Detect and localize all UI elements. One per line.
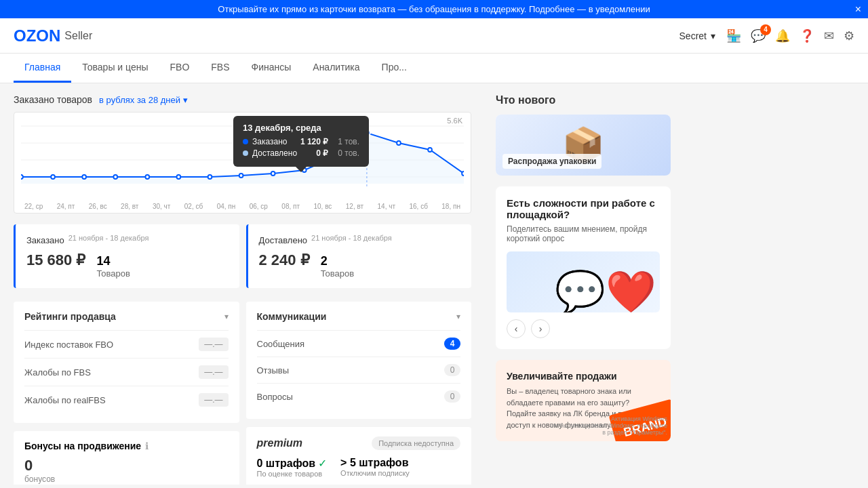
xaxis-label-7: 06, ср bbox=[250, 203, 268, 210]
sale-card[interactable]: 📦 Распродажа упаковки bbox=[496, 115, 671, 176]
comm-value-2: 0 bbox=[444, 390, 460, 403]
xaxis-label-12: 16, сб bbox=[409, 203, 427, 210]
nav-item-fbo[interactable]: FBO bbox=[159, 54, 201, 83]
ordered-count: 14 bbox=[96, 254, 130, 268]
ratings-section: Рейтинги продавца ▾ Индекс поставок FBO … bbox=[14, 302, 239, 485]
store-icon[interactable]: 🏪 bbox=[726, 28, 741, 43]
tooltip-delivered-dot bbox=[243, 150, 248, 156]
rating-row-2: Жалобы по realFBS —.— bbox=[24, 386, 229, 413]
settings-icon[interactable]: ⚙ bbox=[844, 28, 854, 43]
ratings-card: Рейтинги продавца ▾ Индекс поставок FBO … bbox=[14, 302, 239, 423]
header-icons: 🏪 💬 4 🔔 ❓ ✉ ⚙ bbox=[726, 28, 854, 43]
rating-label-1: Жалобы по FBS bbox=[24, 367, 91, 378]
tooltip-delivered-row: Доставлено 0 ₽ 0 тов. bbox=[243, 148, 359, 158]
ordered-count-label: Товаров bbox=[96, 268, 130, 279]
svg-point-20 bbox=[462, 171, 464, 176]
delivered-date: 21 ноября - 18 декабря bbox=[311, 234, 392, 242]
comm-row-1: Отзывы 0 bbox=[257, 357, 461, 383]
tooltip-delivered-units: 0 тов. bbox=[338, 148, 359, 158]
sale-image: 📦 Распродажа упаковки bbox=[496, 115, 671, 176]
increase-title: Увеличивайте продажи bbox=[507, 371, 660, 382]
rating-value-0: —.— bbox=[199, 338, 228, 351]
stats-row: Заказано 21 ноября - 18 декабря 15 680 ₽… bbox=[14, 224, 471, 288]
comm-value-1: 0 bbox=[444, 364, 460, 376]
delivered-label: Доставлено bbox=[259, 235, 308, 245]
tooltip-delivered-value: 0 ₽ bbox=[316, 148, 328, 158]
comm-chevron-icon: ▾ bbox=[456, 312, 460, 321]
chat-icon[interactable]: 💬 4 bbox=[751, 28, 766, 43]
svg-point-9 bbox=[145, 175, 149, 179]
comm-row-0: Сообщения 4 bbox=[257, 330, 461, 357]
next-arrow-button[interactable]: › bbox=[531, 319, 550, 338]
fines-more-value: > 5 штрафов bbox=[340, 457, 410, 469]
premium-subscription-btn[interactable]: Подписка недоступна bbox=[372, 436, 460, 450]
xaxis-label-11: 14, чт bbox=[378, 203, 395, 210]
xaxis-label-2: 26, вс bbox=[89, 203, 107, 210]
svg-point-6 bbox=[51, 175, 55, 179]
svg-point-19 bbox=[428, 148, 432, 152]
ordered-label: Заказано bbox=[26, 235, 64, 245]
tooltip-ordered-row: Заказано 1 120 ₽ 1 тов. bbox=[243, 137, 359, 146]
header: OZON Seller Secret ▾ 🏪 💬 4 🔔 ❓ ✉ ⚙ bbox=[0, 18, 868, 54]
chevron-down-icon: ▾ bbox=[711, 30, 715, 41]
premium-section: premium Подписка недоступна 0 штрафов ✓ … bbox=[246, 427, 472, 485]
rating-label-0: Индекс поставок FBO bbox=[24, 340, 113, 350]
comm-header[interactable]: Коммуникации ▾ bbox=[257, 311, 461, 322]
xaxis-label-3: 28, вт bbox=[121, 203, 138, 210]
chart-header: Заказано товаров в рублях за 28 дней ▾ bbox=[14, 94, 471, 105]
user-menu[interactable]: Secret ▾ bbox=[679, 30, 715, 41]
banner-text: Открывайте их прямо из карточки возврата… bbox=[218, 4, 650, 14]
svg-point-5 bbox=[21, 175, 23, 179]
nav-item-analytics[interactable]: Аналитика bbox=[302, 54, 370, 83]
chart-max-label: 5.6K bbox=[447, 117, 462, 125]
chart-container: 5.6K 13 декабря, среда Заказано 1 120 ₽ … bbox=[14, 112, 471, 214]
header-right: Secret ▾ 🏪 💬 4 🔔 ❓ ✉ ⚙ bbox=[679, 28, 854, 43]
help-icon[interactable]: ❓ bbox=[800, 28, 814, 43]
xaxis-label-6: 04, пн bbox=[217, 203, 236, 210]
comm-label-2: Вопросы bbox=[257, 392, 293, 402]
comm-label-1: Отзывы bbox=[257, 365, 290, 375]
chart-link[interactable]: в рублях за 28 дней ▾ bbox=[99, 95, 188, 105]
nav-item-products[interactable]: Товары и цены bbox=[71, 54, 159, 83]
comm-title: Коммуникации bbox=[257, 311, 327, 322]
svg-point-11 bbox=[208, 175, 212, 179]
sale-label: Распродажа упаковки bbox=[502, 154, 601, 169]
bonuses-section: Бонусы на продвижение ℹ 0 бонусов bbox=[14, 431, 239, 485]
tooltip-date: 13 декабря, среда bbox=[243, 123, 359, 133]
logo-seller: Seller bbox=[64, 30, 92, 42]
communications-card: Коммуникации ▾ Сообщения 4 Отзывы 0 Вопр… bbox=[246, 302, 472, 419]
chart-tooltip: 13 декабря, среда Заказано 1 120 ₽ 1 тов… bbox=[233, 116, 369, 167]
svg-point-7 bbox=[82, 175, 86, 179]
ordered-value: 15 680 ₽ bbox=[26, 251, 85, 269]
chart-link-text: в рублях за 28 дней bbox=[99, 95, 180, 105]
windows-watermark: Активация WindowsЧтобы активировать Wind… bbox=[545, 415, 667, 436]
comm-value-0: 4 bbox=[444, 338, 460, 350]
bonus-value: 0 bbox=[24, 457, 229, 474]
nav-item-finance[interactable]: Финансы bbox=[241, 54, 302, 83]
chart-xaxis: 22, ср 24, пт 26, вс 28, вт 30, чт 02, с… bbox=[21, 203, 464, 210]
delivered-value: 2 240 ₽ bbox=[259, 251, 310, 269]
nav-item-fbs[interactable]: FBS bbox=[200, 54, 240, 83]
message-icon[interactable]: ✉ bbox=[824, 28, 834, 43]
nav-item-pro[interactable]: Про... bbox=[371, 54, 418, 83]
chat-badge: 4 bbox=[760, 24, 771, 35]
ratings-header[interactable]: Рейтинги продавца ▾ bbox=[24, 311, 229, 322]
bonus-label: бонусов bbox=[24, 474, 229, 484]
nav-arrows: ‹ › bbox=[507, 319, 660, 338]
prev-arrow-button[interactable]: ‹ bbox=[507, 319, 526, 338]
stat-ordered: Заказано 21 ноября - 18 декабря 15 680 ₽… bbox=[14, 224, 239, 288]
fines-more-note: Отключим подписку bbox=[340, 469, 410, 477]
xaxis-label-1: 24, пт bbox=[57, 203, 75, 210]
difficulty-image: 💬❤️ bbox=[507, 251, 660, 312]
banner-close[interactable]: × bbox=[855, 3, 861, 16]
svg-point-13 bbox=[271, 171, 275, 176]
info-icon[interactable]: ℹ bbox=[145, 441, 149, 451]
nav-item-home[interactable]: Главная bbox=[14, 54, 71, 83]
comm-row-2: Вопросы 0 bbox=[257, 383, 461, 409]
rating-row-0: Индекс поставок FBO —.— bbox=[24, 330, 229, 358]
bell-icon[interactable]: 🔔 bbox=[775, 28, 790, 43]
bonus-title: Бонусы на продвижение bbox=[24, 441, 141, 451]
tooltip-ordered-units: 1 тов. bbox=[338, 137, 359, 146]
xaxis-label-0: 22, ср bbox=[24, 203, 43, 210]
rating-value-1: —.— bbox=[199, 365, 228, 379]
